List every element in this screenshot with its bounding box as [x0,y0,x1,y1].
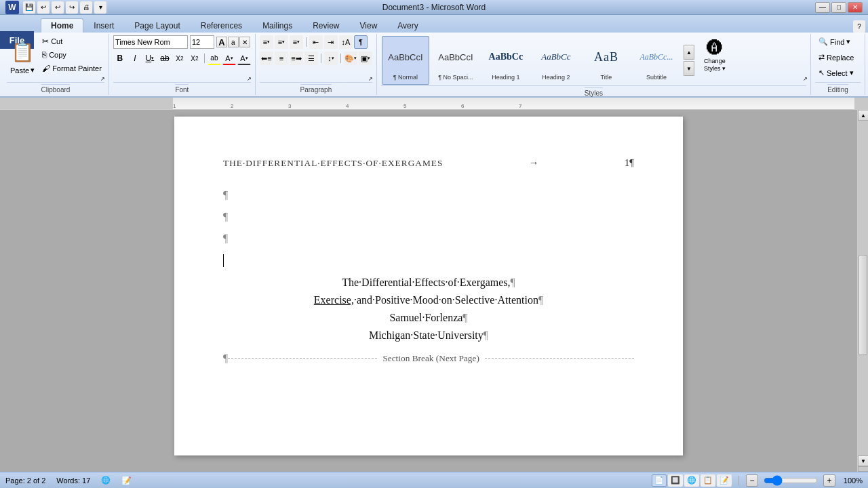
subscript-button[interactable]: X2 [173,52,186,65]
zoom-slider[interactable] [764,477,818,484]
style-no-spacing[interactable]: AaBbCcI ¶ No Spaci... [432,36,479,85]
help-button[interactable]: ? [853,20,865,33]
title-bar: W 💾 ↩ ↩ ↪ 🖨 ▾ Document3 - Microsoft Word… [0,0,868,15]
numbering-button[interactable]: ≡▾ [275,35,288,49]
scroll-down-button[interactable]: ▼ [858,455,868,466]
paragraph-row-1: ≡▾ ≡▾ ≡▾ ⇤ ⇥ ↕A ¶ [260,35,368,49]
align-center-button[interactable]: ≡ [275,52,288,65]
find-arrow[interactable]: ▾ [846,37,850,46]
multilevel-button[interactable]: ≡▾ [290,35,303,49]
tab-page-layout[interactable]: Page Layout [124,18,190,33]
paste-button[interactable]: 📋 Paste ▾ [7,35,38,77]
tab-avery[interactable]: Avery [387,18,428,33]
font-group-content: A a ✕ B I U▾ ab X2 X2 ab A▾ A▾ [113,35,251,82]
format-painter-button[interactable]: 🖌 Format Painter [39,62,104,75]
scroll-thumb[interactable] [859,255,867,355]
paste-arrow[interactable]: ▾ [31,66,35,75]
full-screen-button[interactable]: 🔲 [668,474,683,487]
font-size-buttons: A a ✕ [216,37,250,47]
document-area: THE·DIFFERENTIAL·EFFECTS·OF·EXERGAMES → … [0,110,868,472]
status-divider [738,476,739,485]
qat-print[interactable]: 🖨 [80,1,92,14]
print-layout-button[interactable]: 📄 [652,474,667,487]
border-button[interactable]: ▣▾ [359,52,372,65]
tab-insert[interactable]: Insert [83,18,124,33]
clear-format-btn[interactable]: ✕ [239,37,250,47]
style-normal[interactable]: AaBbCcI ¶ Normal [382,36,429,85]
line-spacing-button[interactable]: ↕▾ [324,52,338,65]
shading-button[interactable]: 🎨▾ [344,52,357,65]
zoom-out-button[interactable]: − [746,474,758,487]
tab-home[interactable]: Home [41,18,83,33]
zoom-in-button[interactable]: + [823,474,835,487]
find-icon: 🔍 [818,37,828,46]
select-button[interactable]: ↖ Select ▾ [815,66,857,79]
qat-dropdown[interactable]: ▾ [94,1,106,14]
editing-group-footer: Editing [815,82,861,94]
divider3 [321,54,321,63]
web-layout-button[interactable]: 🌐 [684,474,699,487]
style-subtitle[interactable]: AaBbCc... Subtitle [633,36,680,85]
title-bar-left: W 💾 ↩ ↩ ↪ 🖨 ▾ [5,1,106,14]
editing-group-content: 🔍 Find ▾ ⇄ Replace ↖ Select ▾ [815,35,861,82]
qat-save[interactable]: 💾 [23,1,35,14]
sort-button[interactable]: ↕A [339,35,353,49]
replace-button[interactable]: ⇄ Replace [815,51,857,64]
tab-view[interactable]: View [350,18,388,33]
draft-button[interactable]: 📝 [717,474,732,487]
increase-indent-button[interactable]: ⇥ [324,35,338,49]
justify-button[interactable]: ☰ [304,52,318,65]
style-heading2[interactable]: AaBbCc Heading 2 [532,36,580,85]
decrease-font-size[interactable]: a [228,37,239,47]
scroll-up-button[interactable]: ▲ [858,110,868,121]
text-color-button[interactable]: A▾ [237,52,251,65]
italic-button[interactable]: I [128,52,142,65]
show-para-button[interactable]: ¶ [354,35,368,49]
align-right-button[interactable]: ≡➡ [290,52,303,65]
styles-expand-icon[interactable]: ↗ [801,75,809,83]
font-name-input[interactable] [113,35,188,49]
bullets-button[interactable]: ≡▾ [260,35,273,49]
scroll-split-box[interactable] [858,466,868,472]
style-title[interactable]: AaB Title [583,36,630,85]
font-size-input[interactable] [190,35,214,49]
qat-undo2[interactable]: ↩ [52,1,64,14]
bold-button[interactable]: B [113,52,127,65]
institution-line: Michigan·State·University¶ [223,329,634,342]
copy-button[interactable]: ⎘ Copy [39,49,104,61]
select-arrow[interactable]: ▾ [850,68,854,77]
style-heading2-preview: AaBbCc [534,40,578,74]
paragraph-expand-icon[interactable]: ↗ [367,75,375,83]
find-button[interactable]: 🔍 Find ▾ [815,35,854,48]
close-button[interactable]: ✕ [848,2,863,13]
qat-redo[interactable]: ↪ [66,1,78,14]
vertical-scrollbar[interactable]: ▲ ▼ [857,110,868,472]
font-color-button[interactable]: A▾ [222,52,236,65]
decrease-indent-button[interactable]: ⇤ [309,35,323,49]
superscript-button[interactable]: X2 [188,52,201,65]
underline-button[interactable]: U▾ [143,52,157,65]
strikethrough-button[interactable]: ab [158,52,172,65]
clipboard-expand-icon[interactable]: ↗ [99,75,107,83]
align-left-button[interactable]: ⬅≡ [260,52,273,65]
minimize-button[interactable]: — [815,2,830,13]
document-scroll[interactable]: THE·DIFFERENTIAL·EFFECTS·OF·EXERGAMES → … [0,110,857,472]
tab-review[interactable]: Review [302,18,349,33]
tab-mailings[interactable]: Mailings [252,18,302,33]
outline-button[interactable]: 📋 [701,474,715,487]
style-heading1[interactable]: AaBbCc Heading 1 [482,36,530,85]
styles-scroll-up[interactable]: ▲ [684,45,694,60]
status-right: 📄 🔲 🌐 📋 📝 − + 100% [652,474,863,487]
maximize-button[interactable]: □ [831,2,846,13]
increase-font-size[interactable]: A [216,37,227,47]
qat-undo[interactable]: ↩ [37,1,50,14]
tab-references[interactable]: References [191,18,252,33]
zoom-percent: 100% [841,476,863,485]
styles-scroll-down[interactable]: ▼ [684,61,694,76]
cut-button[interactable]: ✂ Cut [39,35,104,47]
font-expand-icon[interactable]: ↗ [245,75,254,83]
text-highlight-button[interactable]: ab [208,52,221,65]
change-styles-button[interactable]: 🅐 ChangeStyles ▾ [696,35,734,85]
editing-label: Editing [827,84,848,94]
paragraph-group-content: ≡▾ ≡▾ ≡▾ ⇤ ⇥ ↕A ¶ ⬅≡ ≡ ≡➡ ☰ ↕▾ 🎨▾ ▣▾ [260,35,372,82]
